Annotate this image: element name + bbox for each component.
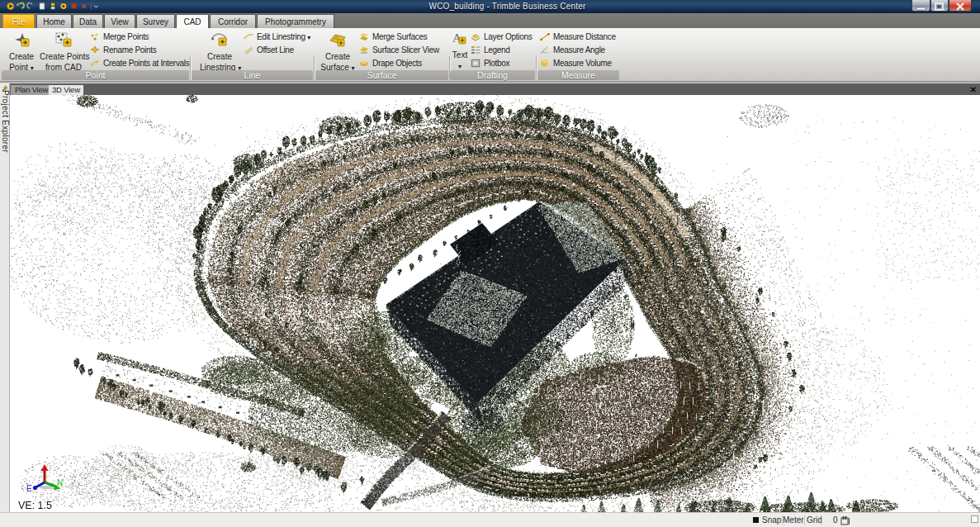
svg-text:E: E [26, 484, 32, 492]
svg-text:N: N [57, 478, 63, 487]
